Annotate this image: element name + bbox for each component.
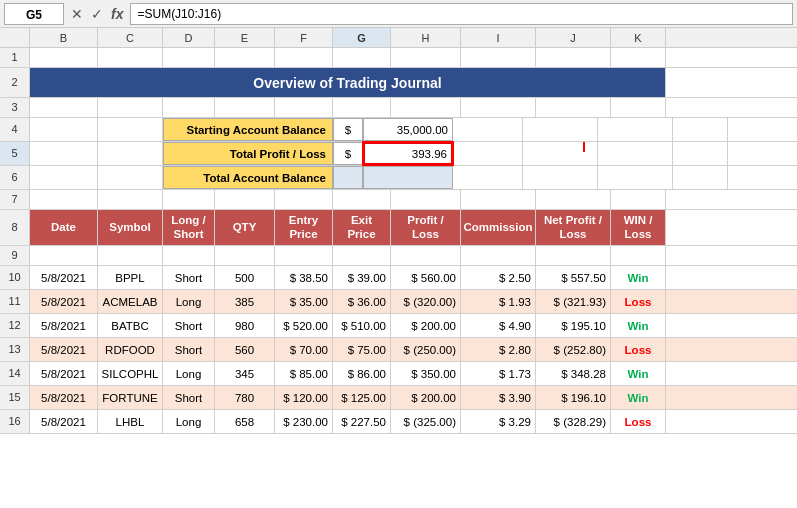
cell-net-profit-loss-13[interactable]: $ (252.80) (536, 338, 611, 361)
cell-i1[interactable] (461, 48, 536, 67)
cell-net-profit-loss-15[interactable]: $ 196.10 (536, 386, 611, 409)
cell-i6[interactable] (523, 166, 598, 189)
cell-k5[interactable] (673, 142, 728, 165)
col-header-h[interactable]: H (391, 28, 461, 47)
cell-long-short-10[interactable]: Short (163, 266, 215, 289)
starting-balance-label[interactable]: Starting Account Balance (163, 118, 333, 141)
profit-loss-dollar[interactable]: $ (333, 142, 363, 165)
cell-long-short-12[interactable]: Short (163, 314, 215, 337)
cell-i5[interactable] (523, 142, 598, 165)
starting-balance-value[interactable]: 35,000.00 (363, 118, 453, 141)
cell-long-short-15[interactable]: Short (163, 386, 215, 409)
cell-net-profit-loss-12[interactable]: $ 195.10 (536, 314, 611, 337)
cell-qty-13[interactable]: 560 (215, 338, 275, 361)
cell-b9[interactable] (30, 246, 98, 265)
cell-qty-11[interactable]: 385 (215, 290, 275, 313)
cell-h6[interactable] (453, 166, 523, 189)
cell-win-loss-12[interactable]: Win (611, 314, 666, 337)
col-header-c[interactable]: C (98, 28, 163, 47)
cell-date-13[interactable]: 5/8/2021 (30, 338, 98, 361)
cell-profit-loss-14[interactable]: $ 350.00 (391, 362, 461, 385)
cell-j7[interactable] (536, 190, 611, 209)
cell-qty-12[interactable]: 980 (215, 314, 275, 337)
cell-exit-price-10[interactable]: $ 39.00 (333, 266, 391, 289)
cell-profit-loss-16[interactable]: $ (325.00) (391, 410, 461, 433)
insert-function-icon[interactable]: fx (108, 6, 126, 22)
cell-net-profit-loss-10[interactable]: $ 557.50 (536, 266, 611, 289)
total-balance-value-cell[interactable] (363, 166, 453, 189)
cell-commission-15[interactable]: $ 3.90 (461, 386, 536, 409)
cell-e1[interactable] (215, 48, 275, 67)
cell-symbol-16[interactable]: LHBL (98, 410, 163, 433)
cell-win-loss-16[interactable]: Loss (611, 410, 666, 433)
cell-date-11[interactable]: 5/8/2021 (30, 290, 98, 313)
cell-reference-box[interactable]: G5 (4, 3, 64, 25)
col-header-b[interactable]: B (30, 28, 98, 47)
cell-win-loss-11[interactable]: Loss (611, 290, 666, 313)
cell-j1[interactable] (536, 48, 611, 67)
cell-exit-price-15[interactable]: $ 125.00 (333, 386, 391, 409)
cell-j3[interactable] (536, 98, 611, 117)
cell-date-10[interactable]: 5/8/2021 (30, 266, 98, 289)
cell-symbol-14[interactable]: SILCOPHL (98, 362, 163, 385)
cell-c6[interactable] (98, 166, 163, 189)
cell-g1[interactable] (333, 48, 391, 67)
cell-b5[interactable] (30, 142, 98, 165)
cell-j9[interactable] (536, 246, 611, 265)
col-header-i[interactable]: I (461, 28, 536, 47)
cell-long-short-14[interactable]: Long (163, 362, 215, 385)
cell-date-12[interactable]: 5/8/2021 (30, 314, 98, 337)
col-header-e[interactable]: E (215, 28, 275, 47)
cell-c1[interactable] (98, 48, 163, 67)
cell-k1[interactable] (611, 48, 666, 67)
cell-d9[interactable] (163, 246, 215, 265)
cell-g7[interactable] (333, 190, 391, 209)
cell-e7[interactable] (215, 190, 275, 209)
profit-loss-label[interactable]: Total Profit / Loss (163, 142, 333, 165)
cell-symbol-12[interactable]: BATBC (98, 314, 163, 337)
cell-date-16[interactable]: 5/8/2021 (30, 410, 98, 433)
cell-exit-price-13[interactable]: $ 75.00 (333, 338, 391, 361)
cell-qty-15[interactable]: 780 (215, 386, 275, 409)
cell-entry-price-13[interactable]: $ 70.00 (275, 338, 333, 361)
cell-win-loss-10[interactable]: Win (611, 266, 666, 289)
cell-f9[interactable] (275, 246, 333, 265)
cell-h1[interactable] (391, 48, 461, 67)
cell-i7[interactable] (461, 190, 536, 209)
col-header-f[interactable]: F (275, 28, 333, 47)
cell-symbol-11[interactable]: ACMELAB (98, 290, 163, 313)
starting-balance-dollar[interactable]: $ (333, 118, 363, 141)
cell-e9[interactable] (215, 246, 275, 265)
cell-profit-loss-10[interactable]: $ 560.00 (391, 266, 461, 289)
cell-profit-loss-12[interactable]: $ 200.00 (391, 314, 461, 337)
cell-net-profit-loss-14[interactable]: $ 348.28 (536, 362, 611, 385)
cell-k9[interactable] (611, 246, 666, 265)
cell-profit-loss-13[interactable]: $ (250.00) (391, 338, 461, 361)
cell-entry-price-10[interactable]: $ 38.50 (275, 266, 333, 289)
cell-entry-price-15[interactable]: $ 120.00 (275, 386, 333, 409)
cell-d1[interactable] (163, 48, 215, 67)
cell-c3[interactable] (98, 98, 163, 117)
formula-input[interactable]: =SUM(J10:J16) (130, 3, 793, 25)
cell-d7[interactable] (163, 190, 215, 209)
cell-c9[interactable] (98, 246, 163, 265)
cell-k7[interactable] (611, 190, 666, 209)
cell-profit-loss-15[interactable]: $ 200.00 (391, 386, 461, 409)
cell-k3[interactable] (611, 98, 666, 117)
cell-g9[interactable] (333, 246, 391, 265)
cancel-icon[interactable]: ✕ (68, 6, 86, 22)
cell-b1[interactable] (30, 48, 98, 67)
profit-loss-value[interactable]: 393.96 (363, 142, 453, 165)
total-balance-dollar-cell[interactable] (333, 166, 363, 189)
cell-qty-16[interactable]: 658 (215, 410, 275, 433)
cell-long-short-13[interactable]: Short (163, 338, 215, 361)
cell-commission-10[interactable]: $ 2.50 (461, 266, 536, 289)
cell-c4[interactable] (98, 118, 163, 141)
cell-date-14[interactable]: 5/8/2021 (30, 362, 98, 385)
col-header-j[interactable]: J (536, 28, 611, 47)
cell-f3[interactable] (275, 98, 333, 117)
cell-i4[interactable] (523, 118, 598, 141)
cell-long-short-16[interactable]: Long (163, 410, 215, 433)
cell-b2[interactable]: Overview of Trading Journal (30, 68, 666, 97)
cell-exit-price-14[interactable]: $ 86.00 (333, 362, 391, 385)
